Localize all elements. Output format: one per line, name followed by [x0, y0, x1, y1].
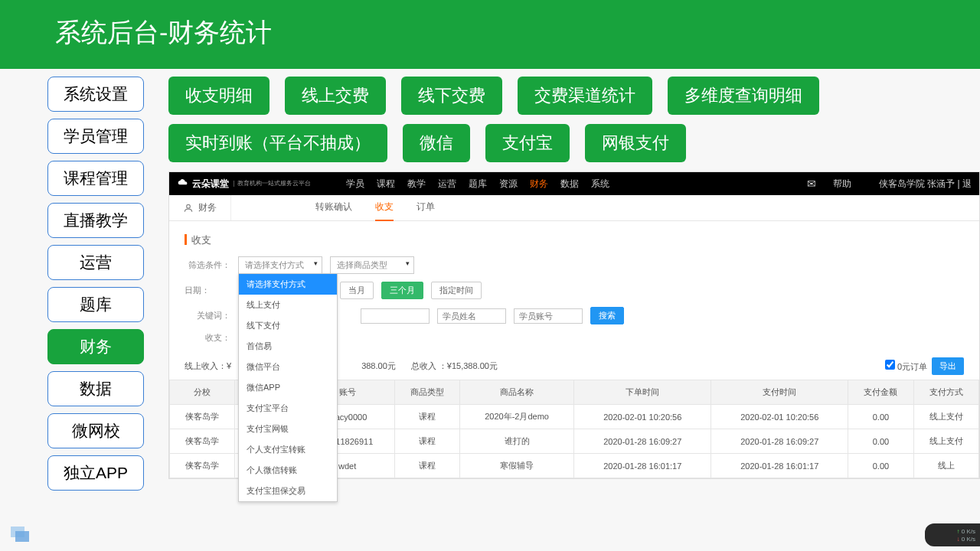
sidebar: 系统设置学员管理课程管理直播教学运营题库财务数据微网校独立APP	[47, 77, 144, 491]
embed-nav-2[interactable]: 教学	[407, 178, 426, 191]
cell-product: 寒假辅导	[459, 454, 573, 478]
amount-388: 388.00元	[361, 360, 396, 372]
action-btn-1-2[interactable]: 支付宝	[485, 124, 570, 162]
dropdown-opt-2[interactable]: 线下支付	[239, 315, 337, 336]
mail-icon[interactable]: ✉	[807, 178, 816, 190]
student-account-input[interactable]	[514, 308, 583, 324]
cell-pay_time: 2020-01-28 16:09:27	[711, 429, 848, 454]
sidebar-item-finance[interactable]: 财务	[47, 329, 144, 364]
action-btn-1-0[interactable]: 实时到账（平台不抽成）	[168, 124, 387, 162]
embed-tab-0[interactable]: 转账确认	[315, 194, 352, 221]
dropdown-opt-3[interactable]: 首信易	[239, 336, 337, 357]
cell-pay_time: 2020-01-28 16:01:17	[711, 454, 848, 478]
cell-school: 侠客岛学	[170, 454, 235, 478]
sidebar-item-question[interactable]: 题库	[47, 287, 144, 322]
embed-nav-5[interactable]: 资源	[499, 178, 518, 191]
user-info[interactable]: 侠客岛学院 张涵予 | 退	[879, 178, 972, 191]
cell-method: 线上支付	[913, 405, 978, 429]
cell-pay_time: 2020-02-01 10:20:56	[711, 405, 848, 429]
sidebar-item-microschool[interactable]: 微网校	[47, 413, 144, 448]
action-btn-0-0[interactable]: 收支明细	[168, 77, 270, 115]
dropdown-opt-9[interactable]: 个人微信转账	[239, 460, 337, 481]
online-income-label: 线上收入：¥	[185, 360, 231, 372]
student-name-input[interactable]	[437, 308, 506, 324]
embed-topbar: 云朵课堂 教育机构一站式服务云平台 学员课程教学运营题库资源财务数据系统 ✉ 帮…	[169, 172, 979, 195]
date-btn-custom[interactable]: 指定时间	[431, 282, 482, 299]
th: 支付金额	[848, 380, 913, 405]
dropdown-opt-1[interactable]: 线上支付	[239, 295, 337, 315]
embed-nav-6[interactable]: 财务	[530, 178, 548, 191]
embed-subbar: 财务 转账确认收支订单	[169, 195, 979, 221]
action-row-1: 收支明细线上交费线下交费交费渠道统计多维度查询明细	[168, 77, 980, 115]
cell-order_time: 2020-02-01 10:20:56	[574, 405, 711, 429]
dropdown-opt-4[interactable]: 微信平台	[239, 357, 337, 377]
module-label: 财务	[169, 195, 231, 220]
brand-text: 云朵课堂	[192, 178, 229, 191]
embed-tab-2[interactable]: 订单	[416, 194, 435, 221]
action-btn-1-3[interactable]: 网银支付	[585, 124, 686, 162]
action-btn-0-1[interactable]: 线上交费	[285, 77, 386, 115]
dropdown-opt-7[interactable]: 支付宝网银	[239, 419, 337, 439]
page-title: 系统后台-财务统计	[55, 18, 272, 47]
help-link[interactable]: 帮助	[833, 178, 851, 191]
brand: 云朵课堂 教育机构一站式服务云平台	[177, 178, 311, 191]
zero-order-check[interactable]: 0元订单	[885, 360, 927, 373]
filter-label: 筛选条件：	[185, 259, 230, 271]
section-title: 收支	[169, 221, 979, 256]
action-btn-0-4[interactable]: 多维度查询明细	[668, 77, 819, 115]
dropdown-opt-5[interactable]: 微信APP	[239, 377, 337, 398]
dropdown-opt-0[interactable]: 请选择支付方式	[239, 274, 337, 295]
sidebar-item-system[interactable]: 系统设置	[47, 77, 144, 112]
th: 支付方式	[913, 380, 978, 405]
date-btn-3month[interactable]: 三个月	[381, 282, 423, 299]
brand-sub: 教育机构一站式服务云平台	[234, 181, 311, 187]
filter-area: 筛选条件： 请选择支付方式 选择商品类型 请选择支付方式线上支付线下支付首信易微…	[169, 256, 979, 357]
sidebar-item-data[interactable]: 数据	[47, 371, 144, 406]
keyword-input[interactable]	[361, 308, 430, 324]
cell-product: 谁打的	[459, 429, 573, 454]
action-btn-0-3[interactable]: 交费渠道统计	[518, 77, 652, 115]
cell-type: 课程	[394, 405, 459, 429]
cell-school: 侠客岛学	[170, 429, 235, 454]
dropdown-opt-8[interactable]: 个人支付宝转账	[239, 439, 337, 460]
date-btn-month[interactable]: 当月	[340, 282, 374, 299]
embed-nav-0[interactable]: 学员	[346, 178, 364, 191]
balance-label: 收支：	[185, 332, 230, 344]
speed-widget: 0 K/s0 K/s	[925, 523, 980, 546]
sidebar-item-student[interactable]: 学员管理	[47, 119, 144, 154]
embed-nav-3[interactable]: 运营	[438, 178, 456, 191]
embed-nav-4[interactable]: 题库	[469, 178, 487, 191]
cell-product: 2020年-2月demo	[459, 405, 573, 429]
cell-amount: 0.00	[848, 454, 913, 478]
product-type-select[interactable]: 选择商品类型	[330, 256, 414, 274]
sidebar-item-course[interactable]: 课程管理	[47, 161, 144, 196]
embedded-app: 云朵课堂 教育机构一站式服务云平台 学员课程教学运营题库资源财务数据系统 ✉ 帮…	[168, 171, 980, 479]
export-button[interactable]: 导出	[932, 357, 964, 375]
cell-type: 课程	[394, 429, 459, 454]
page-header: 系统后台-财务统计	[0, 0, 980, 69]
cell-school: 侠客岛学	[170, 405, 235, 429]
search-button[interactable]: 搜索	[590, 307, 624, 324]
total-income: 总收入 ：¥15,388.00元	[411, 360, 498, 372]
embed-tab-1[interactable]: 收支	[375, 194, 394, 221]
action-btn-0-2[interactable]: 线下交费	[401, 77, 502, 115]
cell-method: 线上支付	[913, 429, 978, 454]
dropdown-opt-10[interactable]: 支付宝担保交易	[239, 481, 337, 501]
dropdown-opt-6[interactable]: 支付宝平台	[239, 398, 337, 419]
payment-dropdown[interactable]: 请选择支付方式线上支付线下支付首信易微信平台微信APP支付宝平台支付宝网银个人支…	[238, 273, 338, 502]
th: 商品类型	[394, 380, 459, 405]
cell-order_time: 2020-01-28 16:01:17	[574, 454, 711, 478]
sidebar-item-live[interactable]: 直播教学	[47, 203, 144, 238]
embed-nav-1[interactable]: 课程	[377, 178, 395, 191]
sidebar-item-ops[interactable]: 运营	[47, 245, 144, 280]
keyword-label: 关键词：	[185, 310, 230, 321]
payment-select[interactable]: 请选择支付方式	[238, 256, 322, 274]
sidebar-item-app[interactable]: 独立APP	[47, 455, 144, 491]
action-btn-1-1[interactable]: 微信	[403, 124, 470, 162]
cell-type: 课程	[394, 454, 459, 478]
embed-nav-7[interactable]: 数据	[560, 178, 579, 191]
cell-order_time: 2020-01-28 16:09:27	[574, 429, 711, 454]
embed-nav: 学员课程教学运营题库资源财务数据系统	[346, 178, 609, 191]
embed-nav-8[interactable]: 系统	[591, 178, 609, 191]
th: 商品名称	[459, 380, 573, 405]
